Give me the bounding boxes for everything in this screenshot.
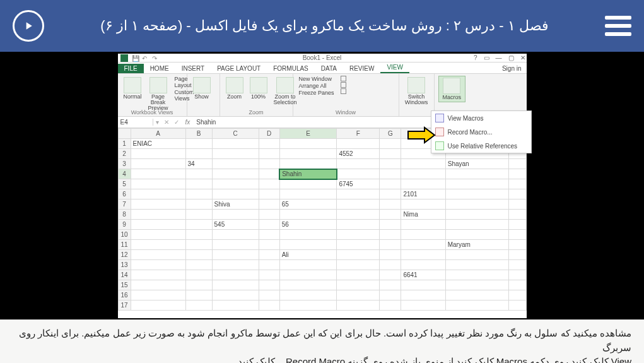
view-macros-item[interactable]: View Macros — [431, 111, 531, 125]
cell[interactable]: ENIAC — [131, 139, 185, 149]
close-icon[interactable]: ✕ — [520, 54, 525, 61]
cell[interactable]: 6641 — [401, 270, 445, 280]
new-window-button[interactable]: New Window — [297, 76, 334, 82]
freeze-panes-button[interactable]: Freeze Panes — [297, 90, 334, 96]
col-A[interactable]: A — [131, 129, 185, 139]
name-box[interactable]: E4 — [118, 119, 153, 126]
excel-window: 💾 ↶ ↷ Book1 - Excel ? ▭ — ▢ ✕ FILE HOME … — [118, 54, 527, 318]
col-D[interactable]: D — [259, 129, 279, 139]
tab-formulas[interactable]: FORMULAS — [267, 64, 315, 73]
col-B[interactable]: B — [185, 129, 212, 139]
ribbon-options-icon[interactable]: ▭ — [484, 54, 489, 61]
ribbon-tabs: FILE HOME INSERT PAGE LAYOUT FORMULAS DA… — [118, 62, 527, 74]
excel-titlebar: 💾 ↶ ↷ Book1 - Excel ? ▭ — ▢ ✕ — [118, 54, 527, 62]
zoom-button[interactable]: Zoom — [224, 76, 245, 101]
tab-view[interactable]: VIEW — [380, 62, 409, 73]
cell[interactable]: 56 — [279, 220, 337, 230]
tab-review[interactable]: REVIEW — [343, 64, 380, 73]
highlight-arrow-icon — [407, 126, 436, 146]
cancel-icon[interactable]: ✕ — [161, 119, 172, 126]
cell[interactable]: 545 — [212, 220, 259, 230]
cell[interactable]: Shayan — [445, 159, 508, 169]
tab-file[interactable]: FILE — [118, 64, 144, 73]
group-label-window: Window — [293, 109, 399, 116]
formula-value[interactable]: Shahin — [194, 119, 218, 126]
cell[interactable]: 34 — [185, 159, 212, 169]
fx-icon[interactable]: fx — [182, 119, 194, 126]
record-macro-item[interactable]: Record Macro... — [431, 125, 531, 139]
page-break-button[interactable]: Page Break Preview — [146, 76, 170, 112]
video-stage: 💾 ↶ ↷ Book1 - Excel ? ▭ — ▢ ✕ FILE HOME … — [0, 52, 644, 319]
group-label-views: Workbook Views — [118, 109, 187, 116]
macros-dropdown: View Macros Record Macro... Use Relative… — [431, 110, 532, 153]
cell[interactable]: Maryam — [445, 240, 508, 250]
col-E[interactable]: E — [279, 129, 337, 139]
enter-icon[interactable]: ✓ — [172, 119, 182, 126]
tab-page-layout[interactable]: PAGE LAYOUT — [211, 64, 267, 73]
selected-cell[interactable]: Shahin — [279, 169, 337, 179]
col-F[interactable]: F — [337, 129, 380, 139]
spreadsheet-grid[interactable]: A B C D E F G H I J 1ENIAC 24552 334Shay… — [118, 128, 527, 311]
cell[interactable]: Ali — [279, 250, 337, 260]
caption-text: مشاهده میکنید که سلول به رنگ مورد نظر تغ… — [0, 319, 644, 363]
window-title: Book1 - Excel — [118, 54, 527, 61]
zoom-100-button[interactable]: 100% — [248, 76, 269, 101]
help-icon[interactable]: ? — [474, 54, 477, 61]
lesson-title: فصل ۱ - درس ۲ : روش ساخت یک ماکرو برای ی… — [44, 18, 605, 34]
show-button[interactable]: Show — [191, 76, 213, 101]
group-label-zoom: Zoom — [220, 109, 293, 116]
col-C[interactable]: C — [212, 129, 259, 139]
cell[interactable]: 6745 — [337, 179, 380, 189]
tab-insert[interactable]: INSERT — [175, 64, 211, 73]
cell[interactable]: 4552 — [337, 149, 380, 159]
tab-data[interactable]: DATA — [315, 64, 343, 73]
switch-windows-button[interactable]: Switch Windows — [403, 76, 430, 107]
cell[interactable]: Nima — [401, 210, 445, 220]
cell[interactable]: 2101 — [401, 189, 445, 199]
cell[interactable]: Shiva — [212, 199, 259, 210]
menu-button[interactable] — [605, 16, 631, 36]
cell[interactable]: 65 — [279, 199, 337, 210]
arrange-all-button[interactable]: Arrange All — [297, 83, 334, 89]
maximize-icon[interactable]: ▢ — [508, 54, 514, 61]
col-G[interactable]: G — [380, 129, 401, 139]
minimize-icon[interactable]: — — [496, 54, 502, 61]
tab-home[interactable]: HOME — [144, 64, 175, 73]
relative-refs-item[interactable]: Use Relative References — [431, 139, 531, 153]
ribbon: Normal Page Break Preview Page Layout Cu… — [118, 74, 527, 117]
play-button[interactable] — [13, 10, 44, 42]
macros-button[interactable]: Macros — [438, 76, 466, 102]
normal-view-button[interactable]: Normal — [122, 76, 144, 101]
app-topbar: فصل ۱ - درس ۲ : روش ساخت یک ماکرو برای ی… — [0, 0, 644, 52]
signin-link[interactable]: Sign in — [497, 64, 527, 73]
